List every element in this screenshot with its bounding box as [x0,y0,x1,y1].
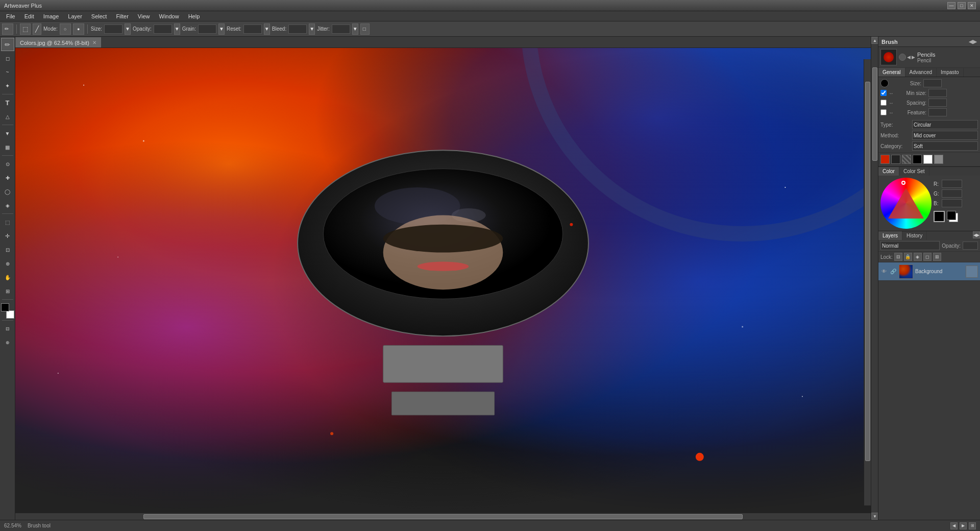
fg-swatch2[interactable] [947,211,956,220]
bleed-input[interactable]: 0 [288,25,307,34]
grain-input[interactable]: 100 [198,25,216,34]
gradient-tool[interactable]: ▦ [1,140,14,154]
dodge-tool[interactable]: ◯ [1,185,14,198]
brush-method-select[interactable]: Mid cover Hard cover cover Soft [912,131,978,140]
brush-preview[interactable] [880,49,897,65]
b-input[interactable]: 0 [942,199,962,207]
maximize-button[interactable]: □ [958,2,966,9]
panel-scroll-down-btn[interactable]: ▼ [871,513,878,520]
spacing-checkbox[interactable] [880,100,887,106]
menu-edit[interactable]: Edit [20,12,38,20]
smudge-tool[interactable]: ~ [1,65,14,79]
opacity-dropdown-btn[interactable]: ▼ [174,23,180,35]
reset-input[interactable]: 100 [243,25,262,34]
menu-help[interactable]: Help [184,12,204,20]
hand-tool[interactable]: ✋ [1,271,14,284]
mode-line-btn[interactable]: ╱ [33,23,41,35]
brush-swatch-gray[interactable] [934,155,943,164]
statusbar-btn-settings[interactable]: ⊞ [969,522,976,529]
reset-dropdown-btn[interactable]: ▼ [264,23,270,35]
brush-swatch-black[interactable] [913,155,922,164]
blend-mode-select[interactable]: Normal Multiply Screen Overlay [880,241,940,250]
text-tool[interactable]: T [1,96,14,109]
brush-category-select[interactable]: Soft Normal Hard [912,141,978,151]
size-dropdown-btn[interactable]: ▼ [125,23,131,35]
brush-color-dot[interactable] [880,79,889,87]
brush-min-size-input[interactable]: 50 [928,89,947,97]
menu-file[interactable]: File [2,12,19,20]
minimize-button[interactable]: — [947,2,955,9]
lock-transparency-btn[interactable]: ◻ [923,253,932,261]
brush-select-btn[interactable]: ✏ [2,23,13,35]
bg-color-swatch[interactable] [6,310,14,319]
canvas-hscroll-thumb[interactable] [143,514,742,519]
canvas-vscroll-thumb[interactable] [865,82,870,461]
r-input[interactable]: 0 [942,180,962,188]
eyedropper-tool[interactable]: ⊙ [1,157,14,171]
panel-scroll-thumb[interactable] [872,67,877,161]
move-tool[interactable]: ✛ [1,229,14,243]
lock-pos-btn[interactable]: 🔒 [904,253,912,261]
brush-panel-expand[interactable]: ◀▶ [969,39,977,44]
menu-window[interactable]: Window [155,12,183,20]
crop-tool[interactable]: ⊡ [1,243,14,256]
brush-type-select[interactable]: Circular Flat Custom [912,120,978,129]
canvas-vscroll[interactable] [864,59,871,505]
extra-tool-2[interactable]: ⊕ [1,336,14,349]
mode-icon-btn[interactable]: ⬚ [20,23,31,35]
bleed-dropdown-btn[interactable]: ▼ [309,23,315,35]
feature-checkbox[interactable] [880,109,887,115]
layers-tab-layers[interactable]: Layers [878,231,902,240]
mode-toggle-btn[interactable]: ○ [60,23,71,35]
mode-toggle-btn2[interactable]: ● [73,23,84,35]
brush-dot-1[interactable] [899,54,906,61]
menu-view[interactable]: View [134,12,154,20]
layer-visibility-btn[interactable]: 👁 [880,268,888,275]
extra-tool-1[interactable]: ⊟ [1,322,14,335]
shape-tool[interactable]: △ [1,110,14,123]
panel-scroll-up-btn[interactable]: ▲ [871,37,878,44]
fg-color-swatch[interactable] [1,303,9,311]
lock-all-btn[interactable]: ⊟ [894,253,902,261]
color-tab-color[interactable]: Color [878,167,899,176]
brush-spacing-input[interactable]: 20 [928,99,947,107]
brush-swatch-pattern[interactable] [902,155,911,164]
healing-tool[interactable]: ✚ [1,171,14,184]
min-size-checkbox[interactable] [880,90,887,96]
layers-opacity-input[interactable]: 100 [963,242,978,250]
brush-tool[interactable]: ✏ [1,38,14,51]
sharpen-tool[interactable]: ◈ [1,199,14,212]
tab-close-btn[interactable]: ✕ [92,40,96,45]
menu-filter[interactable]: Filter [112,12,132,20]
brush-prev-btn[interactable]: ◀ [907,55,911,60]
color-wheel-cursor[interactable] [901,181,905,185]
brush-swatch-white[interactable] [923,155,933,164]
opacity-input[interactable]: 100 [154,25,172,34]
jitter-extra-btn[interactable]: □ [360,23,370,35]
canvas-tab[interactable]: Colors.jpg @ 62.54% (8-bit) ✕ [15,37,101,47]
size-input[interactable]: 2 [104,25,122,34]
brush-swatch-red[interactable] [880,155,890,164]
eraser-tool[interactable]: ◻ [1,52,14,65]
layer-item-background[interactable]: 👁 🔗 Background [878,262,980,281]
menu-image[interactable]: Image [39,12,63,20]
menu-layer[interactable]: Layer [64,12,86,20]
brush-feature-input[interactable]: 1 [928,108,947,116]
fill-tool[interactable]: ▼ [1,127,14,140]
transform-tool[interactable]: ⊞ [1,284,14,298]
canvas-hscroll[interactable] [15,513,871,520]
brush-tab-advanced[interactable]: Advanced [905,68,937,77]
layers-expand-btn[interactable]: ◀▶ [973,231,980,238]
selection-tool[interactable]: ⬚ [1,215,14,229]
statusbar-btn-left[interactable]: ◀ [950,522,958,529]
layer-mask[interactable] [966,266,978,278]
canvas-container[interactable] [15,48,871,513]
statusbar-btn-right[interactable]: ▶ [960,522,967,529]
brush-tab-general[interactable]: General [878,68,905,77]
close-button[interactable]: ✕ [968,2,976,9]
fg-swatch[interactable] [934,211,945,222]
jitter-dropdown-btn[interactable]: ▼ [352,23,358,35]
color-wheel[interactable] [880,178,932,229]
brush-next-btn[interactable]: ▶ [912,55,915,60]
layers-tab-history[interactable]: History [902,231,927,240]
